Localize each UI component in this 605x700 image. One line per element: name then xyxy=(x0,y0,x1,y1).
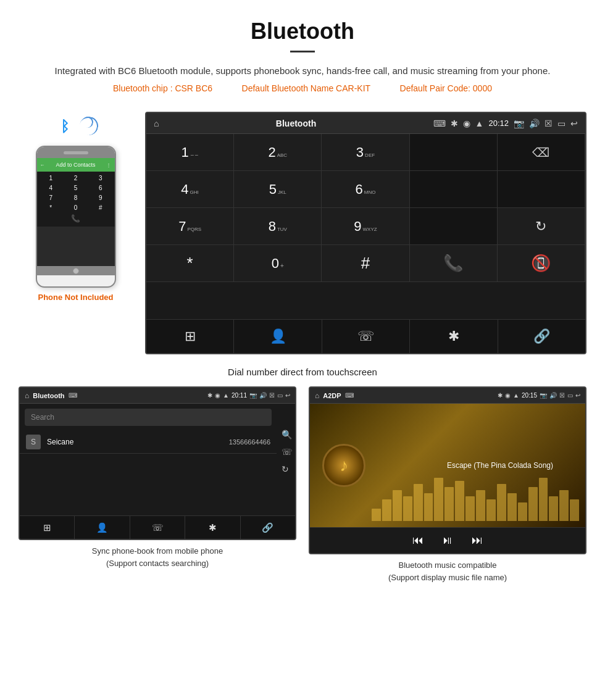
dial-key-9[interactable]: 9WXYZ xyxy=(322,208,409,245)
music-item: ⌂ A2DP ⌨ ✱ ◉ ▲ 20:15 📷 🔊 ☒ ▭ ↩ xyxy=(309,386,586,583)
phone-key-hash[interactable]: # xyxy=(88,203,112,212)
pb-nav-phone[interactable]: ☏ xyxy=(130,516,185,539)
pb-bt-icon: ✱ xyxy=(207,392,212,399)
phone-key-2[interactable]: 2 xyxy=(64,173,88,183)
camera-icon[interactable]: 📷 xyxy=(514,119,524,128)
phone-key-3[interactable]: 3 xyxy=(88,173,112,183)
bluetooth-signal-wrapper: ᛒ xyxy=(57,112,94,143)
prev-button[interactable]: ⏮ xyxy=(412,534,424,547)
phone-not-included-label: Phone Not Included xyxy=(38,293,113,302)
dial-call-cell[interactable]: 📞 xyxy=(410,245,498,282)
music-back-icon[interactable]: ↩ xyxy=(575,392,580,399)
phone-key-0[interactable]: 0 xyxy=(64,203,88,212)
pb-nav-dialpad[interactable]: ⊞ xyxy=(20,516,75,539)
dial-key-7[interactable]: 7PQRS xyxy=(146,208,234,245)
eq-bar xyxy=(528,487,538,521)
music-vol-icon[interactable]: 🔊 xyxy=(549,392,557,399)
phone-home-button[interactable] xyxy=(37,266,115,275)
dial-display-right-1 xyxy=(410,134,498,171)
phone-key-5[interactable]: 5 xyxy=(64,183,88,193)
home-icon[interactable]: ⌂ xyxy=(154,119,159,128)
music-home-icon[interactable]: ⌂ xyxy=(315,391,319,400)
pb-nav-link[interactable]: 🔗 xyxy=(241,516,295,539)
dial-key-4[interactable]: 4GHI xyxy=(146,171,234,208)
phone-key-1[interactable]: 1 xyxy=(39,173,63,183)
dial-key-0[interactable]: 0+ xyxy=(234,245,322,282)
dial-refresh-cell[interactable]: ↻ xyxy=(498,208,585,245)
contact-name: Seicane xyxy=(47,438,229,446)
dial-backspace-cell[interactable]: ⌫ xyxy=(498,134,585,171)
phone-dialpad: 1 2 3 4 5 6 7 8 9 * 0 # xyxy=(39,173,113,212)
dial-key-star[interactable]: * xyxy=(146,245,234,282)
car-nav-bar: ⊞ 👤 ☏ ✱ 🔗 xyxy=(146,319,585,353)
dial-end-cell[interactable]: 📵 xyxy=(498,245,585,282)
location-icon: ◉ xyxy=(463,119,470,128)
phone-key-6[interactable]: 6 xyxy=(88,183,112,193)
topbar-left-icons: ⌂ xyxy=(154,119,159,128)
music-usb-icon: ⌨ xyxy=(345,392,354,399)
phone-key-9[interactable]: 9 xyxy=(88,193,112,202)
pb-vol-icon[interactable]: 🔊 xyxy=(259,392,267,399)
music-screen: ⌂ A2DP ⌨ ✱ ◉ ▲ 20:15 📷 🔊 ☒ ▭ ↩ xyxy=(309,386,586,554)
phonebook-contact-row[interactable]: S Seicane 13566664466 xyxy=(20,431,277,454)
music-caption: Bluetooth music compatible (Support disp… xyxy=(388,559,507,583)
pb-back-icon[interactable]: ↩ xyxy=(285,392,290,399)
music-controls: ⏮ ⏯ ⏭ xyxy=(310,527,585,553)
next-button[interactable]: ⏭ xyxy=(472,534,483,547)
close-box-icon[interactable]: ☒ xyxy=(544,119,553,128)
main-section: ᛒ ← Add to Contacts ⋮ 1 2 3 4 xyxy=(0,99,605,360)
bt-wave-large xyxy=(78,115,99,137)
dial-key-hash[interactable]: # xyxy=(322,245,409,282)
eq-bar xyxy=(393,490,402,521)
pb-home-icon[interactable]: ⌂ xyxy=(25,391,29,400)
phonebook-caption-line2: (Support contacts searching) xyxy=(106,559,209,568)
pb-usb-icon: ⌨ xyxy=(69,392,77,399)
music-win-icon[interactable]: ▭ xyxy=(567,392,573,399)
music-cam-icon[interactable]: 📷 xyxy=(540,392,547,399)
phone-bottom-row: 📞 xyxy=(39,212,113,225)
nav-link[interactable]: 🔗 xyxy=(498,320,585,353)
pb-search-icon[interactable]: 🔍 xyxy=(282,430,293,440)
dial-key-1[interactable]: 1∽∽ xyxy=(146,134,234,171)
phone-call-icon[interactable]: 📞 xyxy=(71,214,80,223)
phone-key-star[interactable]: * xyxy=(39,203,63,212)
end-call-icon: 📵 xyxy=(531,254,551,273)
volume-icon[interactable]: 🔊 xyxy=(529,119,540,128)
phone-key-7[interactable]: 7 xyxy=(39,193,63,202)
pb-close-icon[interactable]: ☒ xyxy=(269,392,275,399)
eq-bar xyxy=(549,496,558,521)
dial-key-8[interactable]: 8TUV xyxy=(234,208,322,245)
pb-win-icon[interactable]: ▭ xyxy=(277,392,283,399)
music-background: ♪ Escape (The Pina Colada Song) xyxy=(310,404,585,527)
nav-dialpad[interactable]: ⊞ xyxy=(146,320,234,353)
nav-phone[interactable]: ☏ xyxy=(322,320,410,353)
nav-contacts[interactable]: 👤 xyxy=(234,320,322,353)
window-icon[interactable]: ▭ xyxy=(557,119,565,128)
phonebook-item: ⌂ Bluetooth ⌨ ✱ ◉ ▲ 20:11 📷 🔊 ☒ ▭ ↩ xyxy=(19,386,296,583)
play-pause-button[interactable]: ⏯ xyxy=(442,534,453,547)
pb-cam-icon[interactable]: 📷 xyxy=(249,392,257,399)
pb-refresh-side-icon[interactable]: ↻ xyxy=(282,464,293,474)
dial-empty-r2c5 xyxy=(498,171,585,208)
dial-key-5[interactable]: 5JKL xyxy=(234,171,322,208)
phone-key-4[interactable]: 4 xyxy=(39,183,63,193)
nav-bluetooth[interactable]: ✱ xyxy=(410,320,498,353)
eq-bar xyxy=(507,493,517,521)
pb-call-side-icon[interactable]: ☏ xyxy=(282,447,293,457)
phonebook-body: Search S Seicane 13566664466 🔍 ☏ ↻ xyxy=(20,409,295,515)
dial-key-3[interactable]: 3DEF xyxy=(322,134,409,171)
pb-nav-bt[interactable]: ✱ xyxy=(185,516,240,539)
eq-bar xyxy=(570,499,579,521)
music-close-icon[interactable]: ☒ xyxy=(559,392,565,399)
dial-key-2[interactable]: 2ABC xyxy=(234,134,322,171)
eq-bar xyxy=(497,484,506,521)
phonebook-search-bar[interactable]: Search xyxy=(25,409,272,426)
pb-nav-contacts[interactable]: 👤 xyxy=(75,516,130,539)
back-icon[interactable]: ↩ xyxy=(570,119,578,128)
music-info: Escape (The Pina Colada Song) xyxy=(398,461,553,470)
phonebook-caption: Sync phone-book from mobile phone (Suppo… xyxy=(92,545,223,569)
phone-key-8[interactable]: 8 xyxy=(64,193,88,202)
music-song-title: Escape (The Pina Colada Song) xyxy=(447,461,553,470)
dial-key-6[interactable]: 6MNO xyxy=(322,171,409,208)
pb-topbar-right: ✱ ◉ ▲ 20:11 📷 🔊 ☒ ▭ ↩ xyxy=(207,392,290,399)
